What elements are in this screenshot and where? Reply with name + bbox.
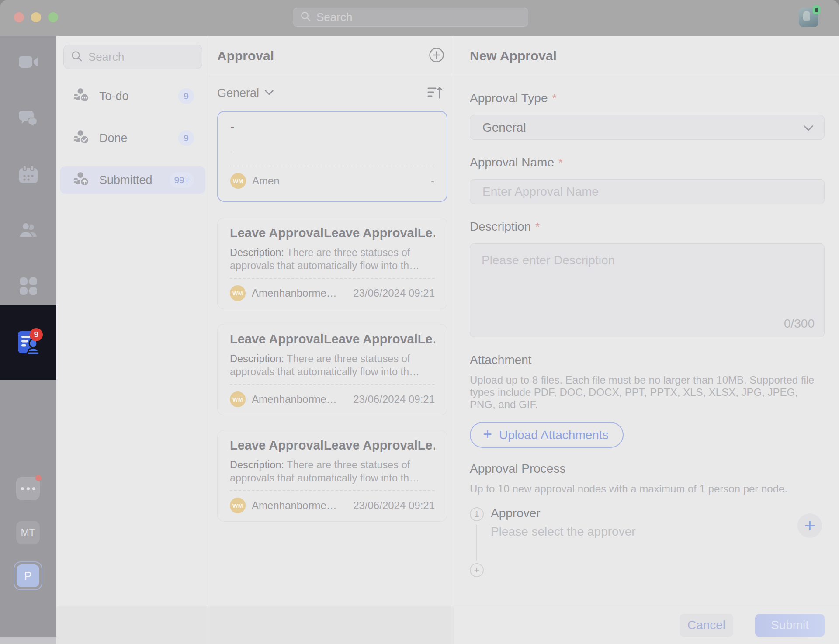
submitted-count-badge: 99+: [170, 172, 194, 188]
calendar-icon[interactable]: [19, 165, 38, 186]
card-timestamp: 23/06/2024 09:21: [353, 393, 435, 405]
card-divider: [230, 490, 435, 491]
workspace-avatar-p-selected[interactable]: P: [14, 561, 42, 590]
approval-nav-panel: To-do 9 Done 9: [56, 36, 209, 644]
contacts-icon[interactable]: [18, 221, 38, 241]
author-name: Amen: [252, 175, 280, 187]
plus-icon: +: [483, 426, 492, 442]
list-panel-footer: [209, 606, 454, 644]
approval-name-label: Approval Name*: [470, 156, 825, 170]
card-footer: WM Amenhanborme… 23/06/2024 09:21: [230, 391, 435, 407]
approval-card[interactable]: Leave ApprovalLeave ApprovalLe… Descript…: [217, 430, 447, 522]
author-avatar: WM: [230, 498, 246, 513]
approval-type-label: Approval Type*: [470, 91, 825, 105]
approver-placeholder: Please select the approver: [491, 525, 825, 539]
zoom-window-button[interactable]: [48, 12, 58, 22]
done-icon: [73, 129, 90, 147]
nav-item-done[interactable]: Done 9: [60, 125, 205, 152]
approval-type-select[interactable]: General: [470, 115, 825, 140]
submitted-icon: [73, 171, 90, 189]
card-footer: WM Amen -: [230, 173, 434, 189]
select-approver-button[interactable]: +: [797, 513, 822, 538]
nav-item-submitted[interactable]: Submitted 99+: [60, 166, 205, 194]
approval-search-input[interactable]: [88, 50, 195, 64]
sort-icon[interactable]: [427, 86, 443, 101]
card-meta: -: [431, 175, 434, 187]
approver-node[interactable]: Approver Please select the approver: [491, 506, 825, 539]
card-title: -: [230, 119, 434, 135]
approval-card-selected[interactable]: - - WM Amen -: [217, 111, 447, 202]
author-name: Amenhanborme…: [252, 287, 337, 299]
card-title: Leave ApprovalLeave ApprovalLe…: [230, 331, 435, 347]
card-title: Leave ApprovalLeave ApprovalLe…: [230, 225, 435, 241]
global-search-bar[interactable]: [293, 8, 528, 27]
workspace-icon[interactable]: [19, 277, 38, 297]
sidebar-item-approval[interactable]: 9: [0, 305, 56, 380]
node-connector-line: [476, 525, 477, 561]
search-icon: [71, 50, 83, 64]
description-input[interactable]: [470, 244, 824, 314]
node-number: 1: [470, 507, 484, 521]
form-footer: Cancel Submit: [454, 606, 839, 644]
approval-nav-list: To-do 9 Done 9: [60, 80, 205, 208]
approval-notification-badge: 9: [30, 328, 43, 341]
approval-name-field[interactable]: [470, 179, 825, 204]
more-apps-button[interactable]: [16, 477, 40, 500]
approval-list-panel: Approval General: [209, 36, 454, 644]
window-bottom-edge: [0, 637, 56, 644]
card-footer: WM Amenhanborme… 23/06/2024 09:21: [230, 285, 435, 301]
cancel-button[interactable]: Cancel: [680, 614, 733, 637]
video-meetings-icon[interactable]: [18, 54, 38, 72]
approval-card[interactable]: Leave ApprovalLeave ApprovalLe… Descript…: [217, 218, 447, 309]
approval-name-input[interactable]: [482, 185, 814, 199]
author-avatar: WM: [230, 285, 246, 301]
form-body: Approval Type* General Approval Name* De…: [454, 76, 839, 606]
nav-item-todo[interactable]: To-do 9: [60, 83, 205, 110]
user-avatar[interactable]: [799, 7, 818, 27]
avatar-status-badge: [813, 5, 820, 14]
card-timestamp: 23/06/2024 09:21: [353, 287, 435, 299]
add-node-button[interactable]: +: [470, 563, 484, 577]
card-footer: WM Amenhanborme… 23/06/2024 09:21: [230, 498, 435, 513]
search-icon: [300, 11, 311, 24]
card-subtitle: -: [230, 145, 434, 157]
card-divider: [230, 278, 435, 279]
window-titlebar: [0, 0, 839, 36]
submit-button[interactable]: Submit: [755, 614, 825, 637]
author-name: Amenhanborme…: [252, 393, 337, 405]
window-content: 9 MT P: [0, 36, 839, 644]
nav-panel-footer: [56, 606, 209, 644]
card-timestamp: 23/06/2024 09:21: [353, 499, 435, 512]
card-divider: [230, 384, 435, 385]
character-counter: 0/300: [784, 317, 815, 331]
upload-attachments-button[interactable]: + Upload Attachments: [470, 422, 624, 448]
required-asterisk: *: [558, 156, 563, 170]
attachment-label: Attachment: [470, 353, 825, 367]
chat-icon[interactable]: [18, 109, 39, 129]
approval-search-box[interactable]: [63, 45, 202, 69]
author-name: Amenhanborme…: [252, 499, 337, 512]
form-header: New Approval: [454, 36, 839, 76]
new-approval-plus-icon[interactable]: [428, 47, 445, 65]
close-window-button[interactable]: [14, 12, 24, 22]
list-title: Approval: [217, 48, 274, 63]
filter-dropdown[interactable]: General: [217, 87, 259, 100]
app-window: 9 MT P: [0, 0, 839, 644]
card-description: Description:There are three statuses of …: [230, 458, 435, 485]
list-header: Approval: [209, 36, 454, 76]
more-notification-dot: [35, 475, 42, 481]
nav-item-label: Done: [99, 132, 128, 145]
approval-process-hint: Up to 10 new approval nodes with a maxim…: [470, 483, 825, 495]
approval-card-list: - - WM Amen - Leave ApprovalLeave Approv…: [209, 110, 454, 522]
global-search-input[interactable]: [316, 10, 521, 24]
minimize-window-button[interactable]: [31, 12, 41, 22]
required-asterisk: *: [535, 220, 540, 234]
description-field[interactable]: 0/300: [470, 243, 825, 337]
workspace-avatar-mt[interactable]: MT: [16, 521, 40, 544]
chevron-down-icon[interactable]: [264, 90, 274, 97]
card-title: Leave ApprovalLeave ApprovalLe…: [230, 437, 435, 453]
author-avatar: WM: [230, 173, 246, 189]
approval-card[interactable]: Leave ApprovalLeave ApprovalLe… Descript…: [217, 324, 447, 415]
attachment-hint: Upload up to 8 files. Each file must be …: [470, 374, 825, 411]
todo-icon: [73, 87, 90, 105]
